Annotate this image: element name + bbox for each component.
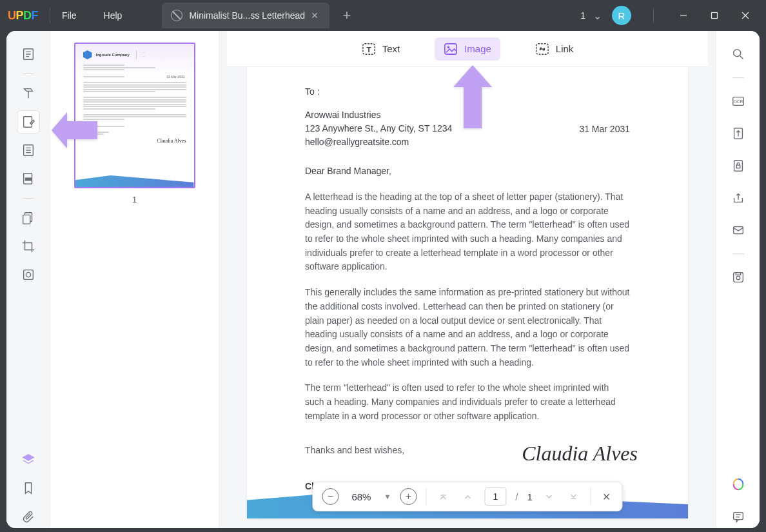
close-window-button[interactable] <box>732 5 758 26</box>
svg-rect-33 <box>736 165 740 168</box>
svg-rect-9 <box>24 117 32 128</box>
titlebar: UPDF File Help Minimalist Bu...ss Letter… <box>0 0 766 31</box>
tab-doc-icon <box>171 10 182 21</box>
thumbnails-panel-button[interactable] <box>17 448 40 471</box>
divider <box>426 488 426 505</box>
annotation-arrow-up <box>449 61 496 133</box>
divider <box>50 8 50 23</box>
text-tool-label: Text <box>382 43 400 54</box>
organize-pages-button[interactable] <box>17 139 40 162</box>
convert-button[interactable] <box>727 122 750 145</box>
divider <box>732 77 744 78</box>
svg-rect-15 <box>25 178 31 181</box>
svg-rect-34 <box>733 227 743 234</box>
tab-title: Minimalist Bu...ss Letterhead <box>189 10 308 21</box>
search-button[interactable] <box>727 43 750 66</box>
page-total: 1 <box>527 491 533 502</box>
close-bar-button[interactable]: × <box>600 489 613 504</box>
doc-paragraph: A letterhead is the heading at the top o… <box>305 190 630 274</box>
redact-tool-button[interactable] <box>17 167 40 190</box>
svg-rect-35 <box>733 273 743 282</box>
zoom-in-button[interactable]: + <box>400 488 417 505</box>
doc-paragraph: This generally includes the same informa… <box>305 286 630 369</box>
link-icon <box>535 43 549 55</box>
annotation-arrow-left <box>49 110 101 153</box>
doc-greeting: Dear Brand Manager, <box>305 166 630 176</box>
window-count[interactable]: 1 <box>580 10 585 21</box>
document-tab[interactable]: Minimalist Bu...ss Letterhead × <box>162 3 329 28</box>
image-icon <box>444 43 458 55</box>
divider <box>732 253 744 254</box>
link-tool-button[interactable]: Link <box>526 37 583 61</box>
divider <box>591 488 591 505</box>
svg-text:T: T <box>366 44 371 54</box>
tab-close-icon[interactable]: × <box>309 9 321 23</box>
share-button[interactable] <box>727 186 750 210</box>
right-toolbar: OCR <box>716 31 760 528</box>
crop-tool-button[interactable] <box>17 235 40 258</box>
protect-button[interactable] <box>727 154 750 177</box>
svg-point-23 <box>447 46 450 48</box>
svg-rect-32 <box>734 161 742 172</box>
text-icon: T <box>362 43 376 55</box>
page-number-input[interactable] <box>484 488 506 506</box>
menu-file[interactable]: File <box>62 10 77 21</box>
workspace: Ingoude Company ······ 31 Mar 2031 Cla <box>6 31 760 528</box>
maximize-button[interactable] <box>702 5 727 26</box>
minimize-button[interactable] <box>671 5 696 26</box>
svg-line-28 <box>740 56 743 59</box>
thumbnail-number: 1 <box>132 195 137 204</box>
document-page[interactable]: To : Arowwai Industries 123 Anywhere St.… <box>247 67 688 518</box>
document-viewport[interactable]: To : Arowwai Industries 123 Anywhere St.… <box>219 67 716 528</box>
image-tool-button[interactable]: Image <box>435 37 500 61</box>
svg-rect-18 <box>24 270 34 280</box>
thumbnail-panel: Ingoude Company ······ 31 Mar 2031 Cla <box>50 31 219 528</box>
ai-assistant-button[interactable] <box>727 473 750 496</box>
left-toolbar <box>6 31 50 528</box>
comments-button[interactable] <box>727 505 750 528</box>
page-tools-button[interactable] <box>17 206 40 230</box>
text-tool-button[interactable]: T Text <box>353 37 409 61</box>
chevron-down-icon[interactable]: ⌄ <box>593 10 602 22</box>
menu-help[interactable]: Help <box>104 10 123 21</box>
svg-point-19 <box>26 272 30 277</box>
first-page-button[interactable] <box>435 489 451 504</box>
doc-signature: Claudia Alves <box>522 442 638 466</box>
next-page-button[interactable] <box>542 489 557 504</box>
zoom-dropdown-icon[interactable]: ▼ <box>384 493 391 500</box>
new-tab-button[interactable]: + <box>342 7 351 24</box>
user-avatar[interactable]: R <box>612 6 631 25</box>
ocr-button[interactable]: OCR <box>727 90 750 113</box>
app-logo: UPDF <box>8 9 38 23</box>
reader-mode-button[interactable] <box>17 43 40 66</box>
bookmarks-button[interactable] <box>17 477 40 500</box>
svg-rect-17 <box>23 215 30 224</box>
page-separator: / <box>515 491 518 502</box>
image-tool-label: Image <box>464 43 491 54</box>
svg-point-36 <box>736 276 740 280</box>
zoom-out-button[interactable]: − <box>322 488 339 505</box>
svg-rect-38 <box>733 513 743 520</box>
edit-pdf-button[interactable] <box>17 110 40 133</box>
zoom-nav-bar: − 68% ▼ + / 1 × <box>312 482 622 511</box>
zoom-value: 68% <box>348 491 375 502</box>
email-button[interactable] <box>727 219 750 242</box>
svg-text:OCR: OCR <box>733 99 743 104</box>
link-tool-label: Link <box>556 43 574 54</box>
last-page-button[interactable] <box>566 489 582 504</box>
attachments-button[interactable] <box>17 505 40 528</box>
svg-rect-37 <box>736 273 740 275</box>
svg-point-27 <box>733 50 740 57</box>
comment-tool-button[interactable] <box>17 82 40 105</box>
divider <box>23 198 34 199</box>
svg-rect-1 <box>712 13 718 19</box>
divider <box>23 74 34 74</box>
watermark-tool-button[interactable] <box>17 263 40 286</box>
prev-page-button[interactable] <box>460 489 475 504</box>
save-button[interactable] <box>727 266 750 289</box>
doc-paragraph: The term "letterhead" is often used to r… <box>305 381 630 423</box>
divider <box>653 8 654 23</box>
doc-date: 31 Mar 2031 <box>579 124 630 134</box>
